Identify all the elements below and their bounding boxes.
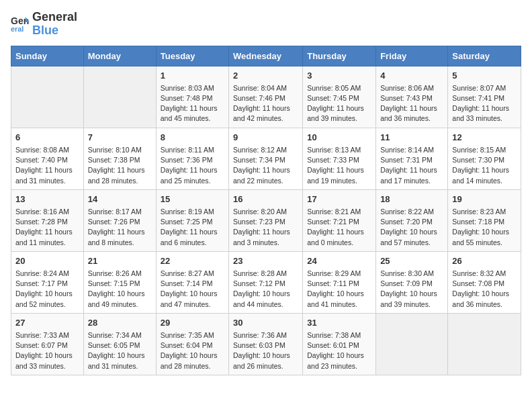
calendar-cell: 8Sunrise: 8:11 AMSunset: 7:36 PMDaylight… <box>156 128 228 189</box>
calendar-cell: 15Sunrise: 8:19 AMSunset: 7:25 PMDayligh… <box>156 189 228 251</box>
day-info: Sunrise: 8:10 AMSunset: 7:38 PMDaylight:… <box>88 145 152 186</box>
calendar-week-row: 6Sunrise: 8:08 AMSunset: 7:40 PMDaylight… <box>11 128 521 189</box>
day-number: 27 <box>15 317 79 329</box>
day-number: 14 <box>88 193 152 205</box>
day-number: 20 <box>15 255 79 267</box>
day-info: Sunrise: 7:33 AMSunset: 6:07 PMDaylight:… <box>15 330 79 371</box>
day-number: 7 <box>88 132 152 144</box>
calendar-cell: 31Sunrise: 7:38 AMSunset: 6:01 PMDayligh… <box>303 313 376 375</box>
weekday-header-row: SundayMondayTuesdayWednesdayThursdayFrid… <box>11 46 521 66</box>
day-number: 17 <box>307 193 371 205</box>
day-info: Sunrise: 8:22 AMSunset: 7:20 PMDaylight:… <box>380 207 443 248</box>
svg-text:eral: eral <box>11 25 24 33</box>
day-info: Sunrise: 8:23 AMSunset: 7:18 PMDaylight:… <box>452 207 517 248</box>
calendar-cell: 18Sunrise: 8:22 AMSunset: 7:20 PMDayligh… <box>376 189 448 251</box>
day-info: Sunrise: 8:19 AMSunset: 7:25 PMDaylight:… <box>161 207 224 248</box>
day-number: 24 <box>307 255 371 267</box>
calendar-cell: 13Sunrise: 8:16 AMSunset: 7:28 PMDayligh… <box>11 189 84 251</box>
weekday-header: Friday <box>376 46 448 66</box>
day-number: 21 <box>88 255 152 267</box>
calendar-cell: 29Sunrise: 7:35 AMSunset: 6:04 PMDayligh… <box>156 313 228 375</box>
day-info: Sunrise: 8:05 AMSunset: 7:45 PMDaylight:… <box>307 83 371 124</box>
calendar-cell: 25Sunrise: 8:30 AMSunset: 7:09 PMDayligh… <box>376 251 448 313</box>
day-number: 23 <box>233 255 298 267</box>
calendar-cell: 28Sunrise: 7:34 AMSunset: 6:05 PMDayligh… <box>83 313 156 375</box>
day-number: 31 <box>307 317 371 329</box>
calendar-cell: 5Sunrise: 8:07 AMSunset: 7:41 PMDaylight… <box>448 66 521 128</box>
calendar-cell: 1Sunrise: 8:03 AMSunset: 7:48 PMDaylight… <box>156 66 228 128</box>
calendar-cell <box>448 313 521 375</box>
day-number: 10 <box>307 132 371 144</box>
day-info: Sunrise: 7:38 AMSunset: 6:01 PMDaylight:… <box>307 330 371 371</box>
day-number: 4 <box>380 70 443 82</box>
weekday-header: Thursday <box>303 46 376 66</box>
day-info: Sunrise: 8:29 AMSunset: 7:11 PMDaylight:… <box>307 269 371 310</box>
day-number: 12 <box>452 132 517 144</box>
logo-line1: General <box>32 11 77 24</box>
calendar-cell: 19Sunrise: 8:23 AMSunset: 7:18 PMDayligh… <box>448 189 521 251</box>
weekday-header: Tuesday <box>156 46 228 66</box>
calendar-week-row: 20Sunrise: 8:24 AMSunset: 7:17 PMDayligh… <box>11 251 521 313</box>
day-info: Sunrise: 7:35 AMSunset: 6:04 PMDaylight:… <box>161 330 224 371</box>
calendar-cell: 14Sunrise: 8:17 AMSunset: 7:26 PMDayligh… <box>83 189 156 251</box>
day-info: Sunrise: 7:36 AMSunset: 6:03 PMDaylight:… <box>233 330 298 371</box>
day-number: 6 <box>15 132 79 144</box>
calendar-cell <box>11 66 84 128</box>
calendar-cell: 26Sunrise: 8:32 AMSunset: 7:08 PMDayligh… <box>448 251 521 313</box>
day-number: 1 <box>161 70 224 82</box>
day-number: 28 <box>88 317 152 329</box>
day-info: Sunrise: 8:03 AMSunset: 7:48 PMDaylight:… <box>161 83 224 124</box>
calendar-week-row: 1Sunrise: 8:03 AMSunset: 7:48 PMDaylight… <box>11 66 521 128</box>
day-number: 2 <box>233 70 298 82</box>
day-number: 9 <box>233 132 298 144</box>
day-number: 15 <box>161 193 224 205</box>
day-number: 18 <box>380 193 443 205</box>
day-info: Sunrise: 8:07 AMSunset: 7:41 PMDaylight:… <box>452 83 517 124</box>
day-number: 13 <box>15 193 79 205</box>
day-number: 5 <box>452 70 517 82</box>
day-number: 29 <box>161 317 224 329</box>
day-info: Sunrise: 8:28 AMSunset: 7:12 PMDaylight:… <box>233 269 298 310</box>
calendar-week-row: 27Sunrise: 7:33 AMSunset: 6:07 PMDayligh… <box>11 313 521 375</box>
day-number: 3 <box>307 70 371 82</box>
day-info: Sunrise: 8:12 AMSunset: 7:34 PMDaylight:… <box>233 145 298 186</box>
calendar-week-row: 13Sunrise: 8:16 AMSunset: 7:28 PMDayligh… <box>11 189 521 251</box>
day-info: Sunrise: 8:06 AMSunset: 7:43 PMDaylight:… <box>380 83 443 124</box>
day-number: 30 <box>233 317 298 329</box>
calendar-cell: 11Sunrise: 8:14 AMSunset: 7:31 PMDayligh… <box>376 128 448 189</box>
day-number: 22 <box>161 255 224 267</box>
calendar-cell: 30Sunrise: 7:36 AMSunset: 6:03 PMDayligh… <box>229 313 303 375</box>
day-info: Sunrise: 8:27 AMSunset: 7:14 PMDaylight:… <box>161 269 224 310</box>
day-info: Sunrise: 8:32 AMSunset: 7:08 PMDaylight:… <box>452 269 517 310</box>
calendar-cell: 16Sunrise: 8:20 AMSunset: 7:23 PMDayligh… <box>229 189 303 251</box>
calendar-cell: 4Sunrise: 8:06 AMSunset: 7:43 PMDaylight… <box>376 66 448 128</box>
calendar-cell <box>83 66 156 128</box>
day-number: 25 <box>380 255 443 267</box>
day-info: Sunrise: 8:16 AMSunset: 7:28 PMDaylight:… <box>15 207 79 248</box>
calendar-cell: 6Sunrise: 8:08 AMSunset: 7:40 PMDaylight… <box>11 128 84 189</box>
calendar-cell: 17Sunrise: 8:21 AMSunset: 7:21 PMDayligh… <box>303 189 376 251</box>
day-info: Sunrise: 8:24 AMSunset: 7:17 PMDaylight:… <box>15 269 79 310</box>
calendar-cell: 3Sunrise: 8:05 AMSunset: 7:45 PMDaylight… <box>303 66 376 128</box>
day-info: Sunrise: 8:30 AMSunset: 7:09 PMDaylight:… <box>380 269 443 310</box>
day-info: Sunrise: 8:15 AMSunset: 7:30 PMDaylight:… <box>452 145 517 186</box>
day-number: 8 <box>161 132 224 144</box>
weekday-header: Saturday <box>448 46 521 66</box>
calendar-table: SundayMondayTuesdayWednesdayThursdayFrid… <box>11 46 521 375</box>
day-info: Sunrise: 7:34 AMSunset: 6:05 PMDaylight:… <box>88 330 152 371</box>
logo-icon: Gen eral <box>11 15 30 34</box>
calendar-cell: 20Sunrise: 8:24 AMSunset: 7:17 PMDayligh… <box>11 251 84 313</box>
day-info: Sunrise: 8:04 AMSunset: 7:46 PMDaylight:… <box>233 83 298 124</box>
calendar-cell: 22Sunrise: 8:27 AMSunset: 7:14 PMDayligh… <box>156 251 228 313</box>
calendar-cell: 21Sunrise: 8:26 AMSunset: 7:15 PMDayligh… <box>83 251 156 313</box>
day-info: Sunrise: 8:08 AMSunset: 7:40 PMDaylight:… <box>15 145 79 186</box>
day-info: Sunrise: 8:14 AMSunset: 7:31 PMDaylight:… <box>380 145 443 186</box>
calendar-cell: 10Sunrise: 8:13 AMSunset: 7:33 PMDayligh… <box>303 128 376 189</box>
weekday-header: Monday <box>83 46 156 66</box>
logo: Gen eral General Blue <box>11 11 77 38</box>
calendar-cell: 24Sunrise: 8:29 AMSunset: 7:11 PMDayligh… <box>303 251 376 313</box>
day-number: 16 <box>233 193 298 205</box>
day-info: Sunrise: 8:21 AMSunset: 7:21 PMDaylight:… <box>307 207 371 248</box>
day-info: Sunrise: 8:11 AMSunset: 7:36 PMDaylight:… <box>161 145 224 186</box>
day-number: 19 <box>452 193 517 205</box>
